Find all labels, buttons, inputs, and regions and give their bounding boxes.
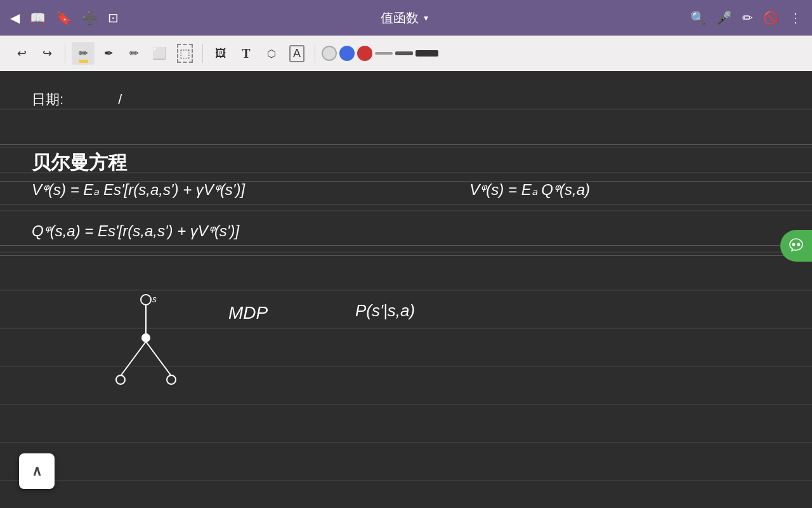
formula-v-q: Vᵠ(s) = Eₐ Qᵠ(s,a) bbox=[469, 181, 590, 199]
pen-mode-icon[interactable]: ✏ bbox=[742, 10, 753, 25]
color-dark-line-button[interactable] bbox=[395, 51, 413, 55]
add-icon[interactable]: ➕ bbox=[82, 10, 98, 25]
svg-point-20 bbox=[797, 243, 801, 246]
ocr-icon: A bbox=[289, 45, 304, 62]
color-white-button[interactable] bbox=[322, 46, 337, 61]
date-section: 日期: / bbox=[32, 90, 122, 109]
top-navigation-bar: ◀ 📖 🔖 ➕ ⊡ 值函数 ▾ 🔍 🎤 ✏ 🚫 ⋮ bbox=[0, 0, 812, 36]
eraser-button[interactable]: ⬜ bbox=[148, 42, 171, 65]
eraser-icon: ⬜ bbox=[152, 46, 166, 60]
prob-label: P(s'|s,a) bbox=[355, 301, 415, 321]
formula-row-1: Vᵠ(s) = Eₐ Es'[r(s,a,s') + γVᵠ(s')] Vᵠ(s… bbox=[0, 176, 812, 204]
mdp-label: MDP bbox=[228, 303, 268, 323]
formula-row-2: Qᵠ(s,a) = Es'[r(s,a,s') + γVᵠ(s')] bbox=[0, 217, 812, 246]
svg-point-11 bbox=[141, 295, 151, 305]
chevron-up-icon: ∧ bbox=[32, 463, 42, 479]
color-blue-button[interactable] bbox=[339, 46, 355, 61]
pencil-button[interactable]: ✏ bbox=[122, 42, 145, 65]
formula-v-pi-s: Vᵠ(s) = Eₐ Es'[r(s,a,s') + γVᵠ(s')] bbox=[32, 181, 245, 199]
svg-point-18 bbox=[167, 375, 176, 384]
bookmark-icon[interactable]: 🔖 bbox=[56, 10, 72, 25]
back-button[interactable]: ◀ bbox=[10, 10, 20, 25]
drawing-toolbar: ↩ ↪ ✏ ✒ ✏ ⬜ ⬚ 🖼 T ⬡ A bbox=[0, 36, 812, 71]
more-icon[interactable]: ⋮ bbox=[789, 10, 802, 25]
bellman-title: 贝尔曼方程 bbox=[32, 152, 127, 173]
divider-3 bbox=[315, 44, 315, 63]
select-icon: ⬚ bbox=[177, 44, 193, 63]
search-icon[interactable]: 🔍 bbox=[690, 10, 706, 25]
tree-diagram: s bbox=[89, 293, 203, 395]
nav-left-group: ◀ 📖 🔖 ➕ ⊡ bbox=[10, 10, 119, 25]
svg-point-19 bbox=[792, 243, 796, 246]
diagram-row: s MDP P(s'|s,a) bbox=[0, 255, 812, 256]
color-red-button[interactable] bbox=[357, 46, 372, 61]
book-icon[interactable]: 📖 bbox=[30, 10, 46, 25]
ocr-button[interactable]: A bbox=[285, 42, 308, 65]
divider-2 bbox=[202, 44, 203, 63]
canvas-area: 日期: / 贝尔曼方程 Vᵠ(s) = Eₐ Es'[r(s,a,s') + γ… bbox=[0, 71, 812, 508]
svg-point-14 bbox=[142, 334, 150, 342]
svg-point-16 bbox=[116, 375, 125, 384]
wechat-avatar[interactable] bbox=[780, 230, 812, 262]
nav-right-group: 🔍 🎤 ✏ 🚫 ⋮ bbox=[690, 10, 802, 25]
shape-button[interactable]: ⬡ bbox=[260, 42, 283, 65]
ink-pen-button[interactable]: ✒ bbox=[97, 42, 120, 65]
title-dropdown-icon[interactable]: ▾ bbox=[424, 13, 428, 23]
svg-line-17 bbox=[146, 342, 171, 376]
shape-icon: ⬡ bbox=[267, 48, 276, 60]
ink-pen-icon: ✒ bbox=[104, 46, 114, 60]
eye-slash-icon[interactable]: 🚫 bbox=[763, 10, 779, 25]
scroll-up-button[interactable]: ∧ bbox=[19, 453, 55, 489]
color-thick-line-button[interactable] bbox=[416, 50, 438, 57]
divider-1 bbox=[65, 44, 65, 63]
svg-text:s: s bbox=[152, 294, 157, 304]
wechat-icon bbox=[787, 237, 805, 255]
highlight-pen-icon: ✏ bbox=[79, 46, 88, 60]
text-button[interactable]: T bbox=[235, 42, 258, 65]
highlight-pen-button[interactable]: ✏ bbox=[72, 42, 95, 65]
nav-title-group: 值函数 ▾ bbox=[381, 10, 428, 27]
redo-button[interactable]: ↪ bbox=[36, 42, 58, 65]
date-label: 日期: bbox=[32, 91, 63, 107]
crop-icon[interactable]: ⊡ bbox=[108, 10, 119, 25]
image-icon: 🖼 bbox=[215, 47, 226, 60]
pencil-icon: ✏ bbox=[129, 46, 139, 60]
color-gray-line-button[interactable] bbox=[375, 52, 393, 55]
ruled-lines bbox=[0, 71, 812, 508]
date-slash: / bbox=[118, 91, 122, 107]
formula-q-pi: Qᵠ(s,a) = Es'[r(s,a,s') + γVᵠ(s')] bbox=[32, 222, 239, 239]
select-button[interactable]: ⬚ bbox=[173, 42, 196, 65]
undo-button[interactable]: ↩ bbox=[10, 42, 33, 65]
mic-icon[interactable]: 🎤 bbox=[716, 10, 732, 25]
page-title: 值函数 bbox=[381, 10, 419, 27]
svg-line-15 bbox=[121, 342, 146, 376]
image-button[interactable]: 🖼 bbox=[209, 42, 232, 65]
text-icon: T bbox=[242, 46, 250, 61]
